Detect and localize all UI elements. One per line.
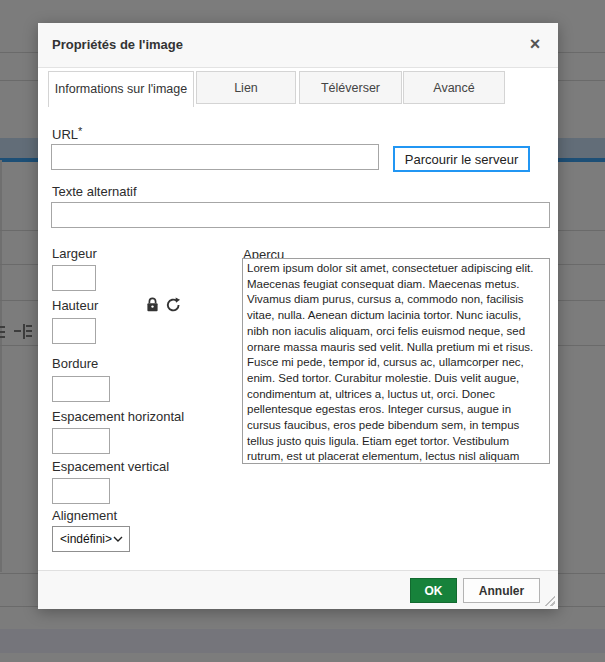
chevron-down-icon — [113, 536, 123, 542]
border-input[interactable] — [52, 376, 110, 402]
backdrop-page-edge — [0, 160, 2, 572]
backdrop-dark-band — [0, 629, 605, 653]
dialog-header: Propriétés de l'image × — [38, 23, 558, 68]
alt-text-label: Texte alternatif — [52, 184, 137, 199]
tab-upload[interactable]: Téléverser — [299, 71, 402, 104]
image-properties-dialog: Propriétés de l'image × Informations sur… — [38, 23, 558, 609]
hspace-input[interactable] — [52, 428, 110, 454]
url-input[interactable] — [51, 144, 379, 170]
url-label: URL* — [52, 124, 82, 142]
width-label: Largeur — [52, 246, 97, 261]
border-label: Bordure — [52, 356, 98, 371]
height-label: Hauteur — [52, 298, 98, 313]
indent-icon — [14, 324, 32, 340]
browse-server-button[interactable]: Parcourir le serveur — [393, 146, 530, 172]
alignment-select[interactable]: <indéfini> — [52, 526, 130, 552]
alt-text-input[interactable] — [51, 202, 550, 228]
alignment-label: Alignement — [52, 508, 117, 523]
height-input[interactable] — [52, 318, 96, 344]
lock-ratio-icon[interactable] — [143, 297, 161, 315]
cancel-button[interactable]: Annuler — [463, 578, 540, 603]
vspace-label: Espacement vertical — [52, 459, 169, 474]
tab-image-info[interactable]: Informations sur l'image — [48, 71, 194, 107]
hspace-label: Espacement horizontal — [52, 409, 184, 424]
preview-text-box[interactable]: Lorem ipsum dolor sit amet, consectetuer… — [242, 258, 550, 464]
tab-advanced[interactable]: Avancé — [403, 71, 505, 104]
reset-size-icon[interactable] — [164, 297, 182, 315]
tab-link[interactable]: Lien — [196, 71, 296, 104]
close-icon[interactable]: × — [520, 23, 550, 67]
required-marker: * — [78, 125, 82, 137]
ok-button[interactable]: OK — [410, 578, 457, 603]
vspace-input[interactable] — [52, 478, 110, 504]
dialog-title: Propriétés de l'image — [52, 23, 183, 67]
toolbar-icon-fragment — [0, 326, 6, 340]
width-input[interactable] — [52, 265, 96, 291]
alignment-selected-value: <indéfini> — [60, 532, 112, 546]
